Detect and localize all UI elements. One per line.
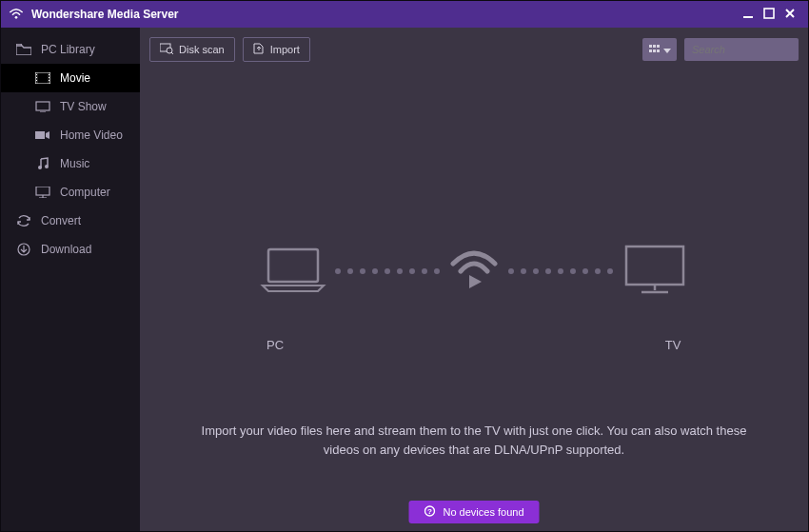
svg-rect-26: [649, 45, 652, 48]
close-button[interactable]: [779, 8, 800, 21]
svg-rect-2: [764, 9, 774, 18]
sidebar-item-download[interactable]: Download: [1, 235, 140, 264]
sidebar-item-movie[interactable]: Movie: [1, 64, 140, 92]
sidebar-item-label: TV Show: [60, 100, 107, 113]
svg-rect-1: [743, 16, 753, 18]
content-area: PC TV Import your video files here and s…: [140, 71, 808, 531]
import-icon: [253, 43, 265, 56]
svg-rect-10: [49, 74, 49, 75]
svg-rect-30: [653, 49, 656, 52]
svg-rect-29: [649, 49, 652, 52]
sidebar-header-label: PC Library: [41, 43, 95, 56]
laptop-icon: [259, 246, 327, 297]
main-panel: Disk scan Import: [140, 28, 808, 531]
titlebar[interactable]: Wondershare Media Server: [1, 1, 808, 28]
help-icon: ?: [424, 505, 436, 519]
streaming-illustration: [140, 243, 808, 300]
sidebar: PC Library Movie TV Show Home Video: [1, 28, 140, 531]
instruction-text: Import your video files here and stream …: [187, 422, 760, 459]
sidebar-item-label: Home Video: [60, 128, 123, 142]
film-icon: [35, 71, 50, 85]
disk-scan-icon: [160, 43, 173, 56]
chevron-down-icon: [663, 41, 671, 58]
button-label: Disk scan: [179, 44, 225, 55]
svg-rect-15: [35, 131, 45, 139]
pc-caption: PC: [247, 338, 304, 352]
maximize-button[interactable]: [759, 8, 779, 21]
button-label: Import: [270, 44, 300, 55]
minimize-button[interactable]: [738, 8, 759, 21]
sidebar-item-label: Movie: [60, 71, 90, 85]
grid-icon: [649, 41, 661, 58]
sidebar-item-music[interactable]: Music: [1, 149, 140, 178]
svg-rect-34: [268, 249, 318, 282]
svg-point-17: [45, 165, 49, 168]
tv-caption: TV: [644, 338, 701, 352]
svg-rect-19: [36, 187, 49, 195]
sidebar-item-computer[interactable]: Computer: [1, 178, 140, 207]
svg-line-25: [171, 52, 173, 54]
wifi-logo-icon: [9, 8, 24, 21]
disk-scan-button[interactable]: Disk scan: [149, 37, 235, 62]
search-box[interactable]: [684, 38, 799, 61]
dots-right: [508, 268, 613, 274]
svg-rect-31: [657, 49, 660, 52]
svg-rect-12: [49, 80, 49, 81]
wifi-play-icon: [447, 246, 501, 296]
camcorder-icon: [35, 128, 50, 142]
dots-left: [335, 268, 440, 274]
app-window: Wondershare Media Server PC Library: [0, 0, 809, 532]
svg-rect-11: [49, 77, 49, 78]
svg-rect-35: [626, 246, 683, 285]
sidebar-item-label: Convert: [41, 214, 81, 227]
status-label: No devices found: [444, 506, 524, 518]
toolbar: Disk scan Import: [140, 28, 808, 71]
sidebar-item-homevideo[interactable]: Home Video: [1, 121, 140, 149]
music-icon: [35, 157, 50, 170]
svg-rect-9: [36, 80, 37, 81]
sidebar-item-tvshow[interactable]: TV Show: [1, 92, 140, 121]
import-button[interactable]: Import: [243, 37, 310, 62]
convert-icon: [16, 214, 31, 227]
sidebar-header-pc-library[interactable]: PC Library: [1, 35, 140, 64]
svg-text:?: ?: [427, 507, 432, 516]
sidebar-item-label: Computer: [60, 186, 110, 199]
sidebar-item-convert[interactable]: Convert: [1, 207, 140, 235]
download-icon: [16, 243, 31, 256]
monitor-icon: [35, 186, 50, 199]
svg-rect-28: [657, 45, 660, 48]
tv-icon: [35, 100, 50, 113]
view-mode-button[interactable]: [642, 38, 677, 61]
svg-rect-13: [36, 102, 49, 110]
sidebar-item-label: Download: [41, 243, 91, 256]
tv-big-icon: [621, 243, 689, 300]
sidebar-item-label: Music: [60, 157, 89, 170]
svg-rect-7: [36, 74, 37, 75]
svg-rect-8: [36, 77, 37, 78]
search-input[interactable]: [692, 44, 809, 55]
svg-rect-27: [653, 45, 656, 48]
folder-icon: [16, 43, 31, 56]
app-title: Wondershare Media Server: [31, 8, 179, 21]
device-status-button[interactable]: ? No devices found: [409, 501, 540, 523]
svg-point-0: [15, 16, 18, 19]
